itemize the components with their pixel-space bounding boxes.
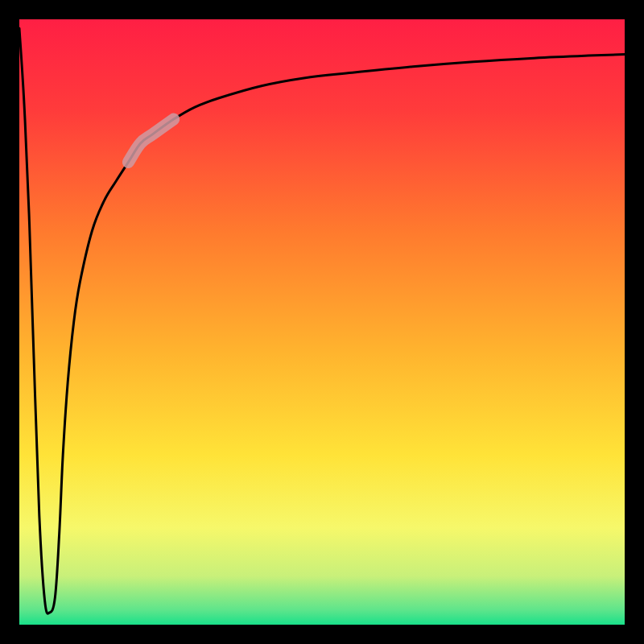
plot-background [19,19,625,625]
frame-edge [0,0,19,644]
bottleneck-chart [0,0,644,644]
frame-edge [0,0,644,19]
chart-container: TheBottleneck.com [0,0,644,644]
frame-edge [625,0,644,644]
frame-edge [0,625,644,644]
